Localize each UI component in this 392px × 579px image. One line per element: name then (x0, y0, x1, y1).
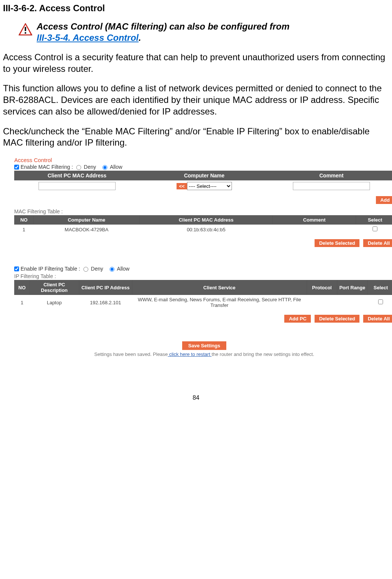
ip-row-port (337, 295, 367, 310)
mac-table-label: MAC Filtering Table : (14, 208, 392, 214)
ip-deny-radio[interactable] (83, 267, 88, 272)
mac-th-select: Select (356, 216, 392, 225)
ip-row-select-checkbox[interactable] (378, 299, 383, 304)
mac-delete-all-button[interactable]: Delete All (363, 239, 392, 247)
enable-mac-label: Enable MAC Filtering : (21, 164, 73, 170)
table-row: 1 Laptop 192.168.2.101 WWW, E-mail Sendi… (15, 295, 392, 310)
note-line1: Access Control (MAC filtering) can also … (37, 21, 290, 31)
ip-row-service: WWW, E-mail Sending, News Forums, E-mail… (132, 295, 307, 310)
ip-th-ip: Client PC IP Address (79, 280, 132, 295)
ip-row-desc: Laptop (30, 295, 79, 310)
ip-th-no: NO (15, 280, 30, 295)
ip-th-desc: Client PC Description (30, 280, 79, 295)
mac-comment-input[interactable] (293, 182, 370, 190)
body-para-3: Check/uncheck the “Enable MAC Filtering”… (3, 126, 389, 149)
ip-allow-radio[interactable] (110, 267, 114, 272)
mac-enable-row: Enable MAC Filtering : Deny Allow (14, 164, 392, 170)
mac-row-select-checkbox[interactable] (373, 226, 377, 231)
ip-row-no: 1 (15, 295, 30, 310)
section-heading: III-3-6-2. Access Control (3, 3, 389, 13)
table-row: 1 MACBOOK-4729BA 00:1b:63:cb:4c:b5 (15, 225, 392, 235)
mac-add-button[interactable]: Add (376, 196, 392, 204)
ip-enable-row: Enable IP Filtering Table : Deny Allow (14, 266, 392, 272)
mac-th-no: NO (15, 216, 34, 225)
mac-th-comment: Comment (273, 216, 356, 225)
saved-msg-post: the router and bring the new settings in… (212, 351, 314, 357)
ip-row-ip: 192.168.2.101 (79, 295, 132, 310)
ip-th-proto: Protocol (307, 280, 337, 295)
ip-add-pc-button[interactable]: Add PC (284, 315, 311, 323)
svg-rect-3 (25, 32, 26, 34)
panel-title: Access Control (14, 157, 392, 163)
body-para-2: This function allows you to define a lis… (3, 83, 389, 117)
mac-row-comment (273, 225, 356, 235)
mac-row-mac: 00:1b:63:cb:4c:b5 (140, 225, 272, 235)
mac-deny-radio[interactable] (76, 165, 81, 170)
mac-row-no: 1 (15, 225, 34, 235)
save-settings-button[interactable]: Save Settings (182, 341, 226, 350)
note-text: Access Control (MAC filtering) can also … (37, 21, 290, 43)
restart-link[interactable]: click here to restart (168, 351, 212, 357)
ip-table-label: IP Filtering Table : (14, 273, 392, 279)
access-control-panel: Access Control Enable MAC Filtering : De… (14, 157, 392, 357)
ip-row-proto (307, 295, 337, 310)
ip-allow-label: Allow (117, 266, 129, 272)
mac-add-row: Add (14, 196, 392, 204)
mac-select-apply-button[interactable]: << (177, 183, 187, 189)
mac-th-name: Computer Name (33, 216, 140, 225)
mac-input-header: Client PC MAC Address Computer Name Comm… (14, 171, 392, 192)
note-block: Access Control (MAC filtering) can also … (3, 21, 389, 43)
mac-deny-label: Deny (84, 164, 96, 170)
svg-rect-2 (25, 27, 26, 31)
computer-name-select[interactable]: ---- Select---- (187, 182, 232, 190)
mac-hdr-comment: Comment (269, 171, 392, 180)
mac-th-mac: Client PC MAC Address (140, 216, 272, 225)
mac-address-input[interactable] (39, 182, 115, 190)
ip-button-row: Add PC Delete Selected Delete All (14, 315, 392, 323)
saved-msg-pre: Settings have been saved. Please (94, 351, 168, 357)
ip-filtering-table: NO Client PC Description Client PC IP Ad… (14, 280, 392, 310)
enable-ip-label: Enable IP Filtering Table : (21, 266, 80, 272)
mac-filtering-table: NO Computer Name Client PC MAC Address C… (14, 215, 392, 235)
enable-mac-checkbox[interactable] (14, 165, 19, 170)
enable-ip-checkbox[interactable] (14, 266, 19, 271)
mac-hdr-macaddr: Client PC MAC Address (15, 171, 140, 180)
mac-allow-radio[interactable] (102, 165, 107, 170)
ip-delete-selected-button[interactable]: Delete Selected (315, 315, 359, 323)
body-para-1: Access Control is a security feature tha… (3, 52, 389, 74)
page-number: 84 (3, 394, 389, 401)
note-link[interactable]: III-3-5-4. Access Control (37, 33, 139, 43)
ip-delete-all-button[interactable]: Delete All (363, 315, 392, 323)
ip-deny-label: Deny (91, 266, 103, 272)
save-row: Save Settings (14, 341, 392, 350)
note-tail: . (139, 33, 141, 43)
warning-icon (18, 22, 33, 36)
mac-hdr-compname: Computer Name (140, 171, 269, 180)
mac-allow-label: Allow (110, 164, 122, 170)
saved-message: Settings have been saved. Please click h… (14, 351, 392, 357)
mac-delete-selected-button[interactable]: Delete Selected (315, 239, 359, 247)
ip-th-service: Client Service (132, 280, 307, 295)
mac-delete-row: Delete Selected Delete All (14, 239, 392, 247)
ip-th-select: Select (367, 280, 392, 295)
mac-row-name: MACBOOK-4729BA (33, 225, 140, 235)
ip-th-port: Port Range (337, 280, 367, 295)
